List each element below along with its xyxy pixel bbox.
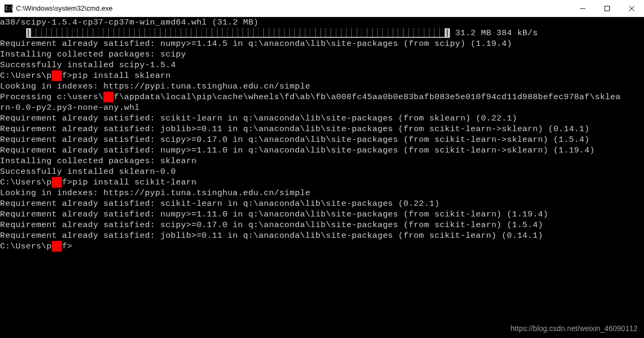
command-text: pip install scikit-learn (73, 178, 197, 187)
output-line: Requirement already satisfied: scipy>=0.… (0, 134, 644, 145)
terminal-area[interactable]: a38/scipy-1.5.4-cp37-cp37m-win_amd64.whl… (0, 17, 644, 338)
svg-text:C:\: C:\ (5, 6, 13, 11)
output-line: Looking in indexes: https://pypi.tuna.ts… (0, 81, 644, 92)
output-line: Requirement already satisfied: joblib>=0… (0, 230, 644, 241)
output-line: Looking in indexes: https://pypi.tuna.ts… (0, 188, 644, 198)
output-line: Requirement already satisfied: numpy>=1.… (0, 38, 644, 49)
prompt-line: C:\Users\p f> (0, 241, 644, 252)
prompt-line: C:\Users\p f>pip install sklearn (0, 70, 644, 81)
output-line: Successfully installed scipy-1.5.4 (0, 60, 644, 70)
progress-line: |███████████████████████████████████████… (0, 28, 644, 38)
redacted-text (103, 92, 114, 102)
output-line: Requirement already satisfied: joblib>=0… (0, 124, 644, 134)
output-line: Requirement already satisfied: scikit-le… (0, 198, 644, 209)
watermark-text: https://blog.csdn.net/weixin_46090112 (511, 323, 638, 334)
redacted-text (52, 241, 62, 252)
maximize-button[interactable] (595, 0, 619, 17)
output-line: Requirement already satisfied: scipy>=0.… (0, 220, 644, 230)
prompt-line: C:\Users\p f>pip install scikit-learn (0, 177, 644, 188)
output-line: Installing collected packages: scipy (0, 49, 644, 60)
output-line: Successfully installed sklearn-0.0 (0, 166, 644, 177)
output-line: Processing c:\users\ f\appdata\local\pip… (0, 92, 644, 102)
cmd-icon: C:\ (4, 4, 13, 13)
output-line: rn-0.0-py2.py3-none-any.whl (0, 102, 644, 113)
output-line: a38/scipy-1.5.4-cp37-cp37m-win_amd64.whl… (0, 17, 644, 28)
svg-rect-3 (605, 6, 610, 11)
command-text: pip install sklearn (73, 71, 171, 81)
output-line: Requirement already satisfied: scikit-le… (0, 113, 644, 124)
titlebar[interactable]: C:\ C:\Windows\system32\cmd.exe (0, 0, 644, 17)
redacted-text (52, 177, 62, 188)
output-line: Requirement already satisfied: numpy>=1.… (0, 209, 644, 220)
minimize-button[interactable] (570, 0, 595, 17)
redacted-text (52, 70, 62, 81)
output-line: Requirement already satisfied: numpy>=1.… (0, 145, 644, 156)
output-line: Installing collected packages: sklearn (0, 156, 644, 166)
window-title: C:\Windows\system32\cmd.exe (16, 4, 112, 12)
progress-bar: |███████████████████████████████████████… (26, 28, 450, 38)
close-button[interactable] (619, 0, 644, 17)
